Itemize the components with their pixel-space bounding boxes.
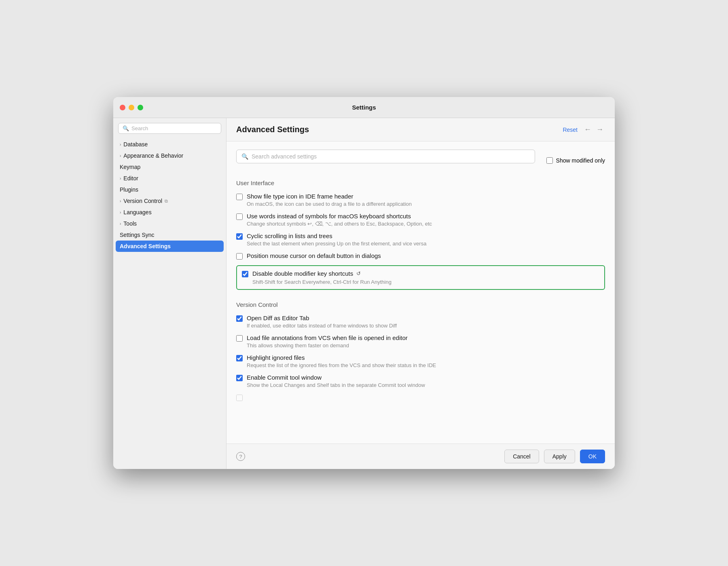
forward-button[interactable]: → — [595, 125, 605, 135]
setting-cyclic-scrolling: Cyclic scrolling in lists and trees Sele… — [236, 232, 605, 247]
minimize-button[interactable] — [129, 105, 134, 110]
search-bar[interactable]: 🔍 — [236, 150, 535, 163]
chevron-right-icon: › — [120, 154, 121, 158]
setting-row: Cyclic scrolling in lists and trees — [236, 232, 605, 240]
position-mouse-checkbox[interactable] — [236, 253, 243, 260]
sidebar-label-tools: Tools — [123, 220, 137, 227]
reset-button[interactable]: Reset — [563, 127, 578, 133]
setting-desc: Shift-Shift for Search Everywhere, Ctrl-… — [252, 279, 599, 285]
setting-show-file-type-icon: Show file type icon in IDE frame header … — [236, 193, 605, 207]
sidebar-item-advanced-settings[interactable]: Advanced Settings — [116, 241, 224, 252]
show-modified-checkbox[interactable] — [546, 157, 553, 164]
enable-commit-checkbox[interactable] — [236, 375, 243, 381]
setting-desc: Request the list of the ignored files fr… — [247, 362, 605, 368]
settings-window: Settings 🔍 › Database › Appearance & Beh… — [113, 97, 615, 469]
sidebar-label-vc: Version Control — [123, 198, 162, 204]
chevron-right-icon: › — [120, 176, 121, 181]
chevron-right-icon: › — [120, 210, 121, 215]
setting-row: Enable Commit tool window — [236, 374, 605, 381]
sidebar-item-database[interactable]: › Database — [113, 139, 226, 150]
setting-use-words: Use words instead of symbols for macOS k… — [236, 213, 605, 227]
use-words-checkbox[interactable] — [236, 213, 243, 220]
sidebar-item-keymap[interactable]: Keymap — [113, 161, 226, 173]
sidebar-label-appearance: Appearance & Behavior — [123, 152, 183, 159]
setting-row — [236, 394, 605, 401]
setting-partial-row — [236, 394, 605, 401]
setting-desc: If enabled, use editor tabs instead of f… — [247, 323, 605, 329]
setting-desc: On macOS, the icon can be used to drag a… — [247, 201, 605, 207]
sidebar-item-appearance-behavior[interactable]: › Appearance & Behavior — [113, 150, 226, 161]
settings-content: 🔍 Show modified only User Interface — [226, 142, 615, 444]
setting-row: Highlight ignored files — [236, 354, 605, 361]
sidebar-item-languages[interactable]: › Languages — [113, 207, 226, 218]
sidebar: 🔍 › Database › Appearance & Behavior Key… — [113, 118, 226, 469]
setting-label: Open Diff as Editor Tab — [247, 315, 309, 321]
setting-load-annotations: Load file annotations from VCS when file… — [236, 334, 605, 348]
setting-row: Use words instead of symbols for macOS k… — [236, 213, 605, 220]
sidebar-search[interactable]: 🔍 — [118, 123, 221, 134]
sidebar-item-tools[interactable]: › Tools — [113, 218, 226, 229]
close-button[interactable] — [120, 105, 125, 110]
open-diff-checkbox[interactable] — [236, 315, 243, 322]
nav-arrows: ← → — [582, 125, 605, 135]
highlight-ignored-checkbox[interactable] — [236, 355, 243, 361]
maximize-button[interactable] — [138, 105, 143, 110]
setting-desc: Change shortcut symbols ↩, ⌫, ⌥, and oth… — [247, 221, 605, 227]
section-title-vc: Version Control — [236, 301, 605, 310]
setting-desc: Show the Local Changes and Shelf tabs in… — [247, 382, 605, 388]
footer: ? Cancel Apply OK — [226, 444, 615, 469]
version-control-section: Version Control Open Diff as Editor Tab … — [236, 301, 605, 401]
cancel-button[interactable]: Cancel — [504, 450, 539, 463]
sidebar-label-settings-sync: Settings Sync — [120, 232, 154, 238]
sidebar-item-editor[interactable]: › Editor — [113, 173, 226, 184]
sidebar-item-settings-sync[interactable]: Settings Sync — [113, 229, 226, 241]
header-actions: Reset ← → — [563, 125, 605, 135]
main-content-area: 🔍 › Database › Appearance & Behavior Key… — [113, 118, 615, 469]
page-title: Advanced Settings — [236, 125, 309, 134]
setting-label: Enable Commit tool window — [247, 374, 322, 381]
disable-double-modifier-checkbox[interactable] — [242, 271, 248, 277]
help-button[interactable]: ? — [236, 452, 245, 461]
search-input[interactable] — [252, 153, 530, 160]
sidebar-label-languages: Languages — [123, 209, 151, 215]
setting-row: Open Diff as Editor Tab — [236, 315, 605, 322]
setting-label: Load file annotations from VCS when file… — [247, 334, 408, 341]
traffic-lights — [120, 105, 143, 110]
setting-disable-double-modifier: Disable double modifier key shortcuts ↺ … — [236, 265, 605, 290]
back-button[interactable]: ← — [582, 125, 593, 135]
search-row: 🔍 Show modified only — [236, 150, 605, 171]
show-modified-label[interactable]: Show modified only — [546, 157, 605, 164]
setting-highlight-ignored: Highlight ignored files Request the list… — [236, 354, 605, 368]
setting-desc: This allows showing them faster on deman… — [247, 342, 605, 348]
sidebar-item-version-control[interactable]: › Version Control ⧉ — [113, 195, 226, 207]
sidebar-label-advanced-settings: Advanced Settings — [120, 243, 171, 249]
sidebar-item-plugins[interactable]: Plugins — [113, 184, 226, 195]
sidebar-search-input[interactable] — [131, 125, 217, 131]
cyclic-scrolling-checkbox[interactable] — [236, 233, 243, 240]
user-interface-section: User Interface Show file type icon in ID… — [236, 180, 605, 290]
setting-label: Show file type icon in IDE frame header — [247, 193, 353, 200]
setting-label: Highlight ignored files — [247, 354, 305, 361]
chevron-right-icon: › — [120, 199, 121, 203]
section-title-ui: User Interface — [236, 180, 605, 188]
ok-button[interactable]: OK — [580, 450, 605, 463]
search-icon: 🔍 — [241, 153, 248, 160]
reset-single-icon[interactable]: ↺ — [356, 270, 361, 277]
main-header: Advanced Settings Reset ← → — [226, 118, 615, 142]
main-panel: Advanced Settings Reset ← → 🔍 — [226, 118, 615, 469]
sidebar-label-plugins: Plugins — [120, 186, 138, 193]
setting-enable-commit: Enable Commit tool window Show the Local… — [236, 374, 605, 388]
sidebar-search-icon: 🔍 — [123, 125, 129, 131]
setting-label: Use words instead of symbols for macOS k… — [247, 213, 411, 220]
apply-button[interactable]: Apply — [544, 450, 575, 463]
setting-row: Load file annotations from VCS when file… — [236, 334, 605, 342]
window-title: Settings — [352, 104, 376, 111]
partial-checkbox[interactable] — [236, 395, 243, 401]
setting-open-diff: Open Diff as Editor Tab If enabled, use … — [236, 315, 605, 329]
show-file-type-icon-checkbox[interactable] — [236, 194, 243, 200]
titlebar: Settings — [113, 97, 615, 118]
load-annotations-checkbox[interactable] — [236, 335, 243, 342]
chevron-right-icon: › — [120, 222, 121, 226]
setting-label: Cyclic scrolling in lists and trees — [247, 232, 332, 239]
setting-label: Disable double modifier key shortcuts ↺ — [252, 270, 361, 277]
